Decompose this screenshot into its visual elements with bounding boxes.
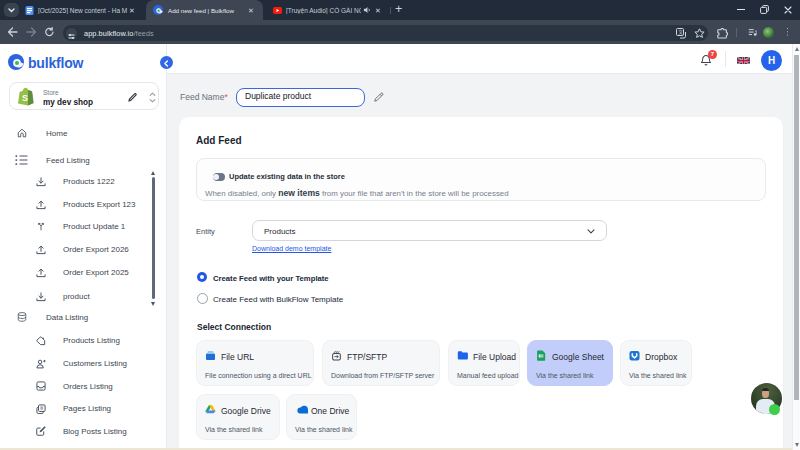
svg-text:S: S [22,93,28,103]
svg-text:文: 文 [678,29,684,35]
